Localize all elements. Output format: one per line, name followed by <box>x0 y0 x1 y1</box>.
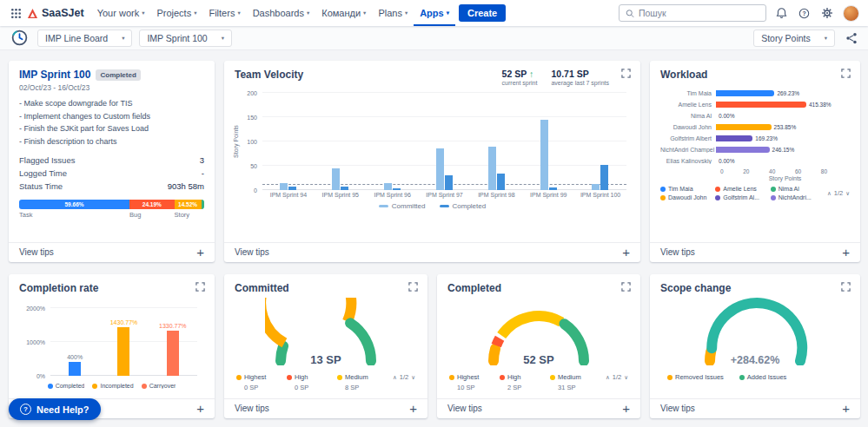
legend-item[interactable]: Completed <box>48 383 85 389</box>
board-select[interactable]: IMP Line Board ▾ <box>37 30 132 47</box>
legend-item[interactable]: Highest0 SP <box>236 373 287 391</box>
velocity-bar-group[interactable] <box>332 93 348 190</box>
create-button[interactable]: Create <box>459 4 506 22</box>
nav-item-0[interactable]: Your work▾ <box>91 0 151 26</box>
metric-select[interactable]: Story Points ▾ <box>753 30 835 47</box>
velocity-bar-group[interactable] <box>540 93 557 190</box>
search-icon <box>626 9 634 18</box>
need-help-button[interactable]: ? Need Help? <box>9 398 101 420</box>
view-tips-link[interactable]: View tips <box>19 247 54 257</box>
legend-item[interactable]: High0 SP <box>287 373 337 391</box>
nav-item-4[interactable]: Команди▾ <box>315 0 372 26</box>
velocity-bar-group[interactable] <box>280 93 296 190</box>
distribution-segment[interactable] <box>202 200 204 209</box>
view-tips-link[interactable]: View tips <box>447 404 482 413</box>
velocity-bar-group[interactable] <box>436 93 453 190</box>
distribution-segment[interactable]: 24.19% <box>129 200 175 209</box>
app-switcher-icon[interactable] <box>9 6 23 21</box>
sprint-select[interactable]: IMP Sprint 100 ▾ <box>139 30 232 47</box>
scope-change-value: +284.62% <box>660 354 850 366</box>
chevron-down-icon: ▾ <box>447 10 449 16</box>
legend-item[interactable]: Tim Maia <box>660 186 712 192</box>
expand-icon[interactable] <box>621 69 631 78</box>
completed-legend: Highest10 SPHigh2 SPMedium31 SP∧1/2∨ <box>447 373 630 391</box>
workload-row[interactable]: NichtAndri Champel246.15% <box>660 144 850 155</box>
view-tips-link[interactable]: View tips <box>235 247 269 257</box>
nav-item-3[interactable]: Dashboards▾ <box>247 0 316 26</box>
view-tips-link[interactable]: View tips <box>660 404 695 413</box>
pager-up-icon[interactable]: ∧ <box>827 190 832 197</box>
completion-bar[interactable]: 1430.77% <box>117 327 129 376</box>
workload-row[interactable]: Nima Al0.00% <box>660 110 850 122</box>
legend-item[interactable]: Incompleted <box>92 383 133 389</box>
chevron-down-icon: ▾ <box>222 35 224 42</box>
legend-pager[interactable]: ∧1/2∨ <box>606 373 628 381</box>
completion-bar[interactable]: 400% <box>69 362 81 376</box>
distribution-segment[interactable]: 59.66% <box>19 200 129 209</box>
help-icon[interactable]: ? <box>797 6 812 21</box>
velocity-bar-group[interactable] <box>592 93 608 190</box>
nav-item-6[interactable]: Apps▾ <box>414 0 455 26</box>
share-icon[interactable] <box>844 30 859 46</box>
distribution-segment[interactable]: 14.52% <box>175 200 202 209</box>
add-icon[interactable]: + <box>622 404 630 413</box>
card-title: Scope change <box>660 282 850 294</box>
legend-item[interactable]: Golfstrim Al... <box>715 194 766 200</box>
sprint-stat-row: Status Time903h 58m <box>19 180 204 193</box>
expand-icon[interactable] <box>841 282 851 292</box>
legend-item[interactable]: Nima Al <box>771 186 822 192</box>
completion-bar[interactable]: 1330.77% <box>167 331 179 376</box>
board-toolbar: IMP Line Board ▾ IMP Sprint 100 ▾ Story … <box>0 26 868 50</box>
legend-item[interactable]: Completed <box>440 202 487 210</box>
topnav-right: ? <box>619 4 859 22</box>
settings-gear-icon[interactable] <box>819 5 835 21</box>
search-box[interactable] <box>619 4 766 22</box>
add-icon[interactable]: + <box>409 404 417 413</box>
legend-item[interactable]: NichtAndri... <box>771 194 822 200</box>
workload-row[interactable]: Dawoudi John253.85% <box>660 122 850 133</box>
workload-row[interactable]: Golfstrim Albert169.23% <box>660 133 850 144</box>
expand-icon[interactable] <box>841 69 851 78</box>
nav-item-5[interactable]: Plans▾ <box>372 0 414 26</box>
add-icon[interactable]: + <box>842 247 850 257</box>
legend-item[interactable]: Carryover <box>142 383 176 389</box>
sprint-note: - Implement changes to Custom fields <box>19 110 204 123</box>
legend-item[interactable]: Committed <box>379 202 426 210</box>
nav-item-1[interactable]: Projects▾ <box>150 0 202 26</box>
add-icon[interactable]: + <box>622 247 630 257</box>
svg-text:?: ? <box>802 10 805 16</box>
legend-item[interactable]: Amelie Lens <box>715 186 766 192</box>
legend-pager[interactable]: ∧ 1/2 ∨ <box>827 189 850 197</box>
legend-item[interactable]: Medium31 SP <box>550 373 600 391</box>
expand-icon[interactable] <box>408 282 418 292</box>
velocity-bar-group[interactable] <box>384 93 401 190</box>
pager-down-icon[interactable]: ∨ <box>845 190 850 197</box>
saasjet-logo[interactable]: SaaSJet <box>27 7 84 19</box>
add-icon[interactable]: + <box>842 404 850 413</box>
notifications-bell-icon[interactable] <box>774 5 789 21</box>
pager-label: 1/2 <box>613 373 621 381</box>
legend-item[interactable]: Removed Issues <box>667 373 724 382</box>
legend-pager[interactable]: ∧1/2∨ <box>393 373 415 381</box>
view-tips-link[interactable]: View tips <box>235 404 269 413</box>
velocity-bar-group[interactable] <box>488 93 505 190</box>
search-input[interactable] <box>639 8 759 18</box>
legend-item[interactable]: Added Issues <box>739 373 786 382</box>
legend-item[interactable]: Highest10 SP <box>449 373 500 391</box>
velocity-y-label: Story Points <box>233 125 239 158</box>
expand-icon[interactable] <box>195 282 205 292</box>
legend-item[interactable]: High2 SP <box>500 373 550 391</box>
workload-row[interactable]: Tim Maia269.23% <box>660 88 850 99</box>
add-icon[interactable]: + <box>196 404 204 413</box>
expand-icon[interactable] <box>621 282 631 292</box>
legend-item[interactable]: Dawoudi John <box>660 194 712 200</box>
saasjet-logo-icon <box>27 8 38 19</box>
scope-change-card: Scope change +284.62% Removed IssuesAdde… <box>650 274 860 418</box>
workload-row[interactable]: Elias Kalinovskiy0.00% <box>660 155 850 167</box>
user-avatar[interactable] <box>843 5 859 22</box>
workload-row[interactable]: Amelie Lens415.38% <box>660 99 850 110</box>
nav-item-2[interactable]: Filters▾ <box>202 0 246 26</box>
view-tips-link[interactable]: View tips <box>660 247 695 257</box>
legend-item[interactable]: Medium8 SP <box>337 373 388 391</box>
add-icon[interactable]: + <box>196 247 204 257</box>
